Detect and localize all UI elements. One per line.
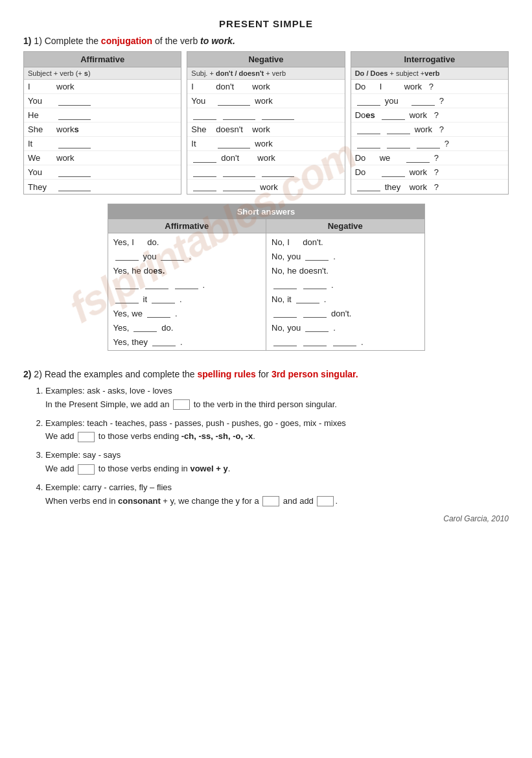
sa-neg-blank-6a	[273, 309, 297, 318]
aff-header: Affirmative	[24, 52, 181, 67]
int-q-6: ?	[434, 153, 439, 163]
sa-aff-blank-4b	[145, 280, 168, 289]
neg-verb-6: work	[257, 153, 275, 163]
sa-neg-row-8: .	[272, 335, 419, 349]
section1-mid: of the verb	[155, 36, 200, 46]
sa-neg-verb-1: don't.	[303, 237, 323, 247]
int-row-6: Dowe?	[351, 151, 508, 165]
sa-aff-row-2: you .	[113, 249, 261, 263]
affirmative-table: Affirmative Subject + verb (+ s) Iwork Y…	[23, 51, 181, 195]
int-subj-8: they	[385, 182, 407, 192]
int-verb-blank-5	[417, 139, 440, 148]
neg-verb-blank-3	[262, 111, 294, 120]
interrogative-table: Interrogative Do / Does + subject +verb …	[351, 51, 509, 195]
int-subj-blank-5	[387, 139, 410, 148]
sa-aff-subj-6: we	[132, 309, 143, 318]
sa-aff-header: Affirmative	[108, 219, 267, 233]
int-do-3: Does	[355, 110, 377, 120]
section1-verb: to work.	[200, 36, 235, 46]
sa-neg-no-1: No,	[272, 237, 284, 247]
sa-aff-blank-2b	[161, 252, 184, 261]
sa-neg-no-5: No,	[272, 294, 284, 304]
int-row-2: you?	[351, 94, 508, 108]
neg-row-2: Youwork	[187, 94, 344, 108]
sa-neg-blank-2	[305, 252, 329, 261]
sa-aff-row-1: Yes, I do.	[113, 235, 261, 249]
rule-1-example: Examples: ask - asks, love - loves	[45, 385, 509, 398]
sa-neg-subj-1: I	[287, 237, 300, 247]
aff-subj-4: She	[28, 124, 52, 134]
int-verb-3: work	[410, 110, 432, 120]
sa-neg-row-5: No, it .	[272, 292, 419, 306]
sa-neg-row-7: No, you .	[272, 320, 419, 335]
sa-title: Short answers	[108, 204, 424, 219]
neg-verb-5: work	[255, 139, 272, 148]
neg-aux-6: don't	[221, 153, 255, 163]
neg-aux-blank-3	[223, 111, 255, 120]
aff-subheader: Subject + verb (+ s)	[24, 67, 181, 80]
rule-3: Exemple: say - says We add to those verb…	[45, 449, 509, 476]
int-do-blank-5	[357, 139, 380, 148]
sa-aff-row-5: it .	[113, 292, 261, 306]
sa-aff-row-4: .	[113, 278, 261, 292]
aff-row-5: It	[24, 137, 181, 151]
aff-blank-8	[58, 182, 91, 191]
neg-row-3	[187, 108, 344, 123]
sa-aff-blank-5a	[115, 294, 139, 303]
neg-verb-2: work	[255, 96, 272, 106]
neg-aux-4: doesn't	[216, 124, 249, 134]
sa-neg-blank-8a	[273, 337, 297, 346]
sa-aff-verb-1: do.	[147, 237, 159, 247]
aff-verb-1: work	[56, 82, 74, 91]
int-subj-blank-7	[382, 168, 405, 177]
neg-aux-blank-8	[223, 182, 255, 191]
sa-neg-row-1: No, I don't.	[272, 235, 419, 249]
sa-aff-blank-4c	[175, 280, 198, 289]
sa-neg-subj-5: it	[287, 294, 292, 304]
section2-mid: for	[259, 369, 272, 379]
int-row-3: Doeswork?	[351, 108, 508, 123]
int-subj-blank-3	[382, 111, 405, 120]
int-verb-blank-6	[406, 154, 430, 163]
sa-aff-yes-8: Yes,	[113, 337, 130, 347]
int-do-6: Do	[355, 153, 377, 163]
int-q-2: ?	[439, 96, 444, 106]
int-verb-8: work	[410, 182, 432, 192]
negative-table: Negative Subj. + don't / doesn't + verb …	[187, 51, 345, 195]
sa-neg-blank-4a	[273, 280, 297, 289]
section2-third: 3rd person singular.	[272, 369, 358, 379]
int-header: Interrogative	[351, 52, 508, 67]
sa-neg-no-7: No,	[272, 323, 284, 333]
neg-blank-2	[218, 97, 250, 106]
sa-aff-subj-8: they	[132, 337, 148, 347]
sa-aff-blank-6	[147, 309, 170, 318]
int-q-8: ?	[434, 182, 439, 192]
sa-aff-row-7: Yes, do.	[113, 320, 261, 335]
sa-aff-subj-3: he	[132, 266, 141, 276]
neg-row-8: work	[187, 180, 344, 194]
rule-2-box	[78, 432, 95, 442]
neg-subheader: Subj. + don't / doesn't + verb	[187, 67, 344, 80]
sa-aff-subj-2: you	[143, 252, 157, 261]
int-row-8: theywork?	[351, 180, 508, 194]
sa-neg-verb-6: don't.	[331, 309, 351, 318]
int-do-1: Do	[355, 82, 377, 91]
aff-subj-7: You	[28, 167, 52, 177]
int-row-4: work?	[351, 123, 508, 137]
rule-1-box	[173, 399, 190, 410]
int-verb-blank-2	[411, 97, 435, 106]
rule-3-example: Exemple: say - says	[45, 449, 509, 462]
int-verb-4: work	[415, 124, 437, 134]
rule-3-box	[78, 464, 95, 475]
neg-subj-blank-3	[193, 111, 216, 120]
sa-neg-blank-5	[296, 294, 319, 303]
aff-row-6: Wework	[24, 151, 181, 165]
aff-blank-5	[58, 139, 91, 148]
section1-pre: 1) Complete the	[34, 36, 101, 46]
footer: Carol Garcia, 2010	[23, 514, 509, 523]
section2-label: 2) 2) Read the examples and complete the…	[23, 369, 509, 379]
sa-neg-no-3: No,	[272, 266, 284, 276]
sa-aff-row-6: Yes, we .	[113, 306, 261, 320]
int-row-5: ?	[351, 137, 508, 151]
rule-4-example: Exemple: carry - carries, fly – flies	[45, 481, 509, 495]
